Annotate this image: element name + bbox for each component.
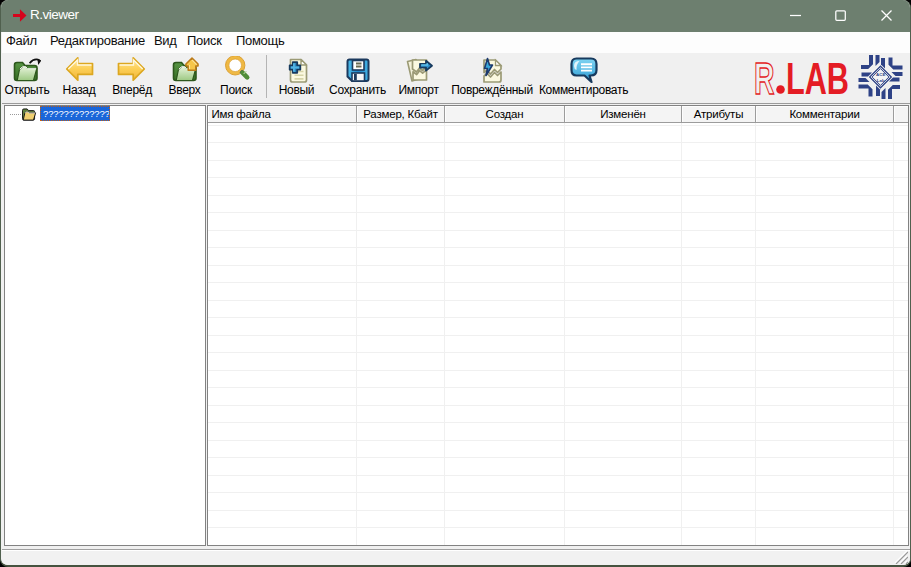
- svg-text:ACE: ACE: [876, 72, 885, 77]
- svg-text:Lab: Lab: [877, 78, 885, 83]
- svg-text:R: R: [754, 55, 775, 104]
- svg-text:LAB: LAB: [786, 55, 849, 104]
